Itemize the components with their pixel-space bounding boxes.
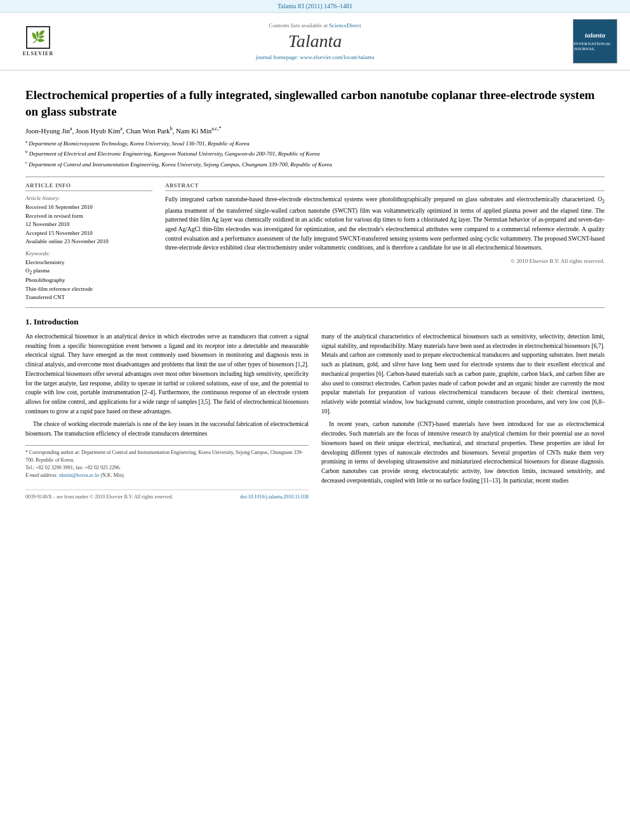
- keyword-4: Thin-film reference electrode: [25, 285, 152, 294]
- available-date: Available online 23 November 2010: [25, 237, 152, 246]
- abstract-text: Fully integrated carbon nanotube-based t…: [165, 195, 605, 253]
- sciencedirect-line: Contents lists available at ScienceDirec…: [64, 22, 566, 29]
- talanta-logo-image: talanta INTERNATIONAL JOURNAL: [573, 19, 617, 63]
- footnote-tel: Tel.: +82 02 3290 3991; fax: +82 02 925 …: [25, 464, 309, 472]
- contents-label: Contents lists available at: [269, 22, 328, 29]
- issn-info: 0039-9140/$ – see front matter © 2010 El…: [25, 494, 173, 500]
- info-abstract-cols: Article Info Article history: Received 1…: [25, 182, 605, 302]
- keywords-label: Keywords:: [25, 250, 152, 257]
- article-info-col: Article Info Article history: Received 1…: [25, 182, 152, 302]
- affiliations: a Department of Biomicrosystem Technolog…: [25, 138, 605, 170]
- keywords-section: Keywords: Electrochemistry O2 plasma Pho…: [25, 250, 152, 302]
- intro-heading: 1. Introduction: [25, 317, 605, 327]
- elsevier-logo: 🌿 ELSEVIER: [13, 26, 64, 56]
- journal-citation: Talanta 83 (2011) 1476–1481: [278, 3, 352, 10]
- body-left-col: An electrochemical biosensor is an analy…: [25, 332, 309, 500]
- footnote-email: E-mail address: nkmin@korea.ac.kr (N.K. …: [25, 472, 309, 479]
- keyword-1: Electrochemistry: [25, 258, 152, 267]
- top-bar: Talanta 83 (2011) 1476–1481: [0, 0, 630, 13]
- keyword-2: O2 plasma: [25, 267, 152, 276]
- accepted-date: Accepted 15 November 2010: [25, 229, 152, 238]
- body-right-col: many of the analytical characteristics o…: [321, 332, 605, 500]
- elsevier-tree-icon: 🌿: [31, 30, 45, 44]
- journal-homepage: journal homepage: www.elsevier.com/locat…: [64, 54, 566, 60]
- talanta-logo: talanta INTERNATIONAL JOURNAL: [566, 19, 617, 63]
- elsevier-logo-box: 🌿: [26, 26, 50, 48]
- copyright: © 2010 Elsevier B.V. All rights reserved…: [165, 258, 605, 264]
- homepage-url[interactable]: www.elsevier.com/locate/talanta: [300, 54, 374, 60]
- article-dates: Received 16 September 2010 Received in r…: [25, 203, 152, 246]
- article-history-label: Article history:: [25, 195, 152, 201]
- received-date: Received 16 September 2010: [25, 203, 152, 212]
- main-content: Electrochemical properties of a fully in…: [0, 70, 630, 510]
- footnotes: * Corresponding author at: Department of…: [25, 445, 309, 479]
- keywords-list: Electrochemistry O2 plasma Photolithogra…: [25, 258, 152, 302]
- affiliation-a: a Department of Biomicrosystem Technolog…: [25, 138, 605, 149]
- abstract-col: ABSTRACT Fully integrated carbon nanotub…: [165, 182, 605, 302]
- bottom-bar: 0039-9140/$ – see front matter © 2010 El…: [25, 490, 309, 500]
- doi-info: doi:10.1016/j.talanta.2010.11.038: [240, 494, 309, 500]
- authors: Joon-Hyung Jina, Joon Hyub Kima, Chan Wo…: [25, 126, 605, 135]
- keyword-5: Transferred CNT: [25, 293, 152, 302]
- divider-2: [25, 307, 605, 308]
- affiliation-b: b Department of Electrical and Electroni…: [25, 149, 605, 159]
- intro-right-text: many of the analytical characteristics o…: [321, 332, 605, 486]
- affiliation-c: c Department of Control and Instrumentat…: [25, 159, 605, 170]
- revised-date: 12 November 2010: [25, 220, 152, 229]
- journal-title: Talanta: [64, 31, 566, 51]
- elsevier-brand: ELSEVIER: [23, 51, 53, 57]
- sciencedirect-link[interactable]: ScienceDirect: [329, 22, 361, 29]
- article-info-header: Article Info: [25, 182, 152, 191]
- journal-header: 🌿 ELSEVIER Contents lists available at S…: [0, 13, 630, 70]
- journal-center: Contents lists available at ScienceDirec…: [64, 22, 566, 60]
- abstract-header: ABSTRACT: [165, 182, 605, 191]
- homepage-label: journal homepage:: [256, 54, 298, 60]
- email-address[interactable]: nkmin@korea.ac.kr: [59, 472, 100, 478]
- intro-left-text: An electrochemical biosensor is an analy…: [25, 332, 309, 439]
- footnote-corresponding: * Corresponding author at: Department of…: [25, 449, 309, 464]
- body-columns: An electrochemical biosensor is an analy…: [25, 332, 605, 500]
- introduction-section: 1. Introduction An electrochemical biose…: [25, 317, 605, 500]
- article-title: Electrochemical properties of a fully in…: [25, 87, 605, 119]
- keyword-3: Photolithography: [25, 276, 152, 285]
- received-revised-label: Received in revised form: [25, 212, 152, 221]
- divider: [25, 177, 605, 177]
